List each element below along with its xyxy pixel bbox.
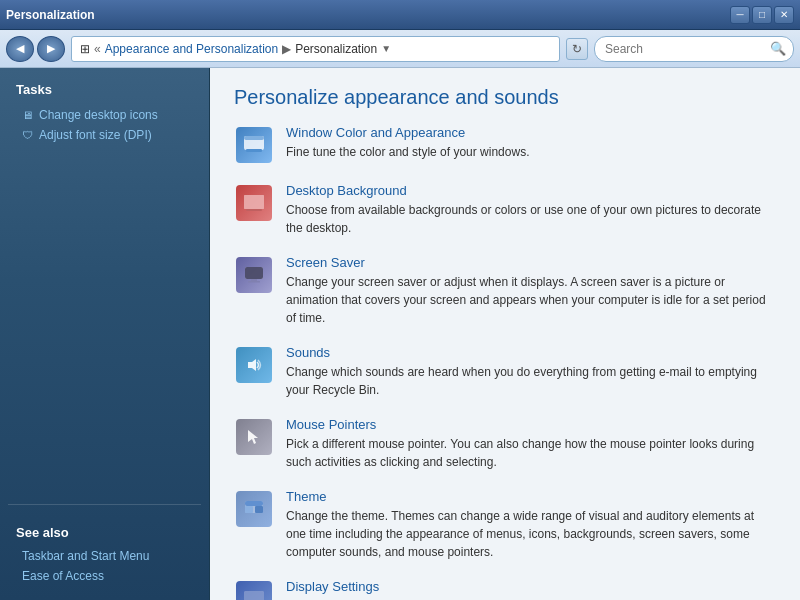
see-also-title: See also: [8, 517, 201, 546]
desktop-bg-desc: Choose from available backgrounds or col…: [286, 203, 761, 235]
mouse-pointers-text: Mouse Pointers Pick a different mouse po…: [286, 417, 776, 471]
mouse-pointers-icon: [234, 417, 274, 457]
breadcrumb-current: Personalization: [295, 42, 377, 56]
theme-desc: Change the theme. Themes can change a wi…: [286, 509, 754, 559]
search-input[interactable]: [594, 36, 794, 62]
theme-icon: [234, 489, 274, 529]
svg-marker-10: [248, 359, 256, 371]
theme-link[interactable]: Theme: [286, 489, 776, 504]
minimize-button[interactable]: ─: [730, 6, 750, 24]
list-item: Sounds Change which sounds are heard whe…: [234, 345, 776, 399]
theme-text: Theme Change the theme. Themes can chang…: [286, 489, 776, 561]
content-area: Personalize appearance and sounds Window…: [210, 68, 800, 600]
see-also-section: See also Taskbar and Start Menu Ease of …: [8, 504, 201, 586]
refresh-button[interactable]: ↻: [566, 38, 588, 60]
desktop-bg-text: Desktop Background Choose from available…: [286, 183, 776, 237]
window-color-desc: Fine tune the color and style of your wi…: [286, 145, 529, 159]
close-button[interactable]: ✕: [774, 6, 794, 24]
window-color-link[interactable]: Window Color and Appearance: [286, 125, 776, 140]
mouse-pointers-link[interactable]: Mouse Pointers: [286, 417, 776, 432]
svg-rect-4: [244, 195, 264, 209]
address-path[interactable]: ⊞ « Appearance and Personalization ▶ Per…: [71, 36, 560, 62]
sounds-text: Sounds Change which sounds are heard whe…: [286, 345, 776, 399]
sidebar-link-label: Adjust font size (DPI): [39, 128, 152, 142]
mouse-pointers-svg: [243, 427, 265, 447]
screen-saver-link[interactable]: Screen Saver: [286, 255, 776, 270]
desktop-bg-icon: [234, 183, 274, 223]
svg-marker-11: [248, 430, 258, 444]
title-bar-text: Personalization: [6, 8, 95, 22]
list-item: Window Color and Appearance Fine tune th…: [234, 125, 776, 165]
desktop-bg-svg: [243, 193, 265, 213]
screen-saver-icon: [234, 255, 274, 295]
sidebar: Tasks 🖥 Change desktop icons 🛡 Adjust fo…: [0, 68, 210, 600]
screen-saver-svg: [243, 265, 265, 285]
list-item: Screen Saver Change your screen saver or…: [234, 255, 776, 327]
svg-rect-9: [248, 281, 260, 283]
list-item: Desktop Background Choose from available…: [234, 183, 776, 237]
svg-rect-2: [246, 149, 262, 152]
nav-buttons: ◀ ▶: [6, 36, 65, 62]
svg-rect-1: [244, 136, 264, 140]
sidebar-item-change-desktop-icons[interactable]: 🖥 Change desktop icons: [0, 105, 209, 125]
title-bar: Personalization ─ □ ✕: [0, 0, 800, 30]
breadcrumb-separator: ▶: [282, 42, 291, 56]
svg-rect-17: [244, 591, 264, 600]
desktop-icon: 🖥: [22, 109, 33, 121]
tasks-title: Tasks: [0, 82, 209, 105]
theme-svg: [243, 499, 265, 519]
list-item: Theme Change the theme. Themes can chang…: [234, 489, 776, 561]
window-color-icon: [234, 125, 274, 165]
shield-icon: 🛡: [22, 129, 33, 141]
svg-rect-13: [245, 501, 263, 506]
display-settings-link[interactable]: Display Settings: [286, 579, 776, 594]
desktop-bg-link[interactable]: Desktop Background: [286, 183, 776, 198]
svg-rect-15: [255, 506, 263, 513]
address-bar: ◀ ▶ ⊞ « Appearance and Personalization ▶…: [0, 30, 800, 68]
search-wrapper: 🔍: [594, 36, 794, 62]
screen-saver-desc: Change your screen saver or adjust when …: [286, 275, 766, 325]
display-settings-text: Display Settings Adjust your monitor res…: [286, 579, 776, 600]
sounds-desc: Change which sounds are heard when you d…: [286, 365, 757, 397]
mouse-pointers-desc: Pick a different mouse pointer. You can …: [286, 437, 754, 469]
forward-button[interactable]: ▶: [37, 36, 65, 62]
sidebar-spacer: [0, 145, 209, 504]
screen-saver-text: Screen Saver Change your screen saver or…: [286, 255, 776, 327]
svg-rect-7: [245, 267, 263, 279]
sounds-svg: [243, 355, 265, 375]
svg-rect-14: [245, 506, 253, 513]
sounds-link[interactable]: Sounds: [286, 345, 776, 360]
window-color-text: Window Color and Appearance Fine tune th…: [286, 125, 776, 161]
sidebar-item-ease-of-access[interactable]: Ease of Access: [8, 566, 201, 586]
svg-rect-8: [251, 279, 257, 281]
dropdown-arrow-icon: ▼: [381, 43, 391, 54]
back-button[interactable]: ◀: [6, 36, 34, 62]
title-bar-buttons: ─ □ ✕: [730, 6, 794, 24]
window-color-svg: [243, 135, 265, 155]
sounds-icon: [234, 345, 274, 385]
main-layout: Tasks 🖥 Change desktop icons 🛡 Adjust fo…: [0, 68, 800, 600]
page-title: Personalize appearance and sounds: [234, 86, 776, 109]
sidebar-item-taskbar-start-menu[interactable]: Taskbar and Start Menu: [8, 546, 201, 566]
display-settings-svg: [243, 589, 265, 600]
display-settings-icon: [234, 579, 274, 600]
maximize-button[interactable]: □: [752, 6, 772, 24]
list-item: Display Settings Adjust your monitor res…: [234, 579, 776, 600]
list-item: Mouse Pointers Pick a different mouse po…: [234, 417, 776, 471]
sidebar-item-adjust-font-size[interactable]: 🛡 Adjust font size (DPI): [0, 125, 209, 145]
folder-icon: ⊞: [80, 42, 90, 56]
sidebar-link-label: Change desktop icons: [39, 108, 158, 122]
breadcrumb-parent[interactable]: Appearance and Personalization: [105, 42, 278, 56]
svg-rect-5: [246, 209, 262, 211]
